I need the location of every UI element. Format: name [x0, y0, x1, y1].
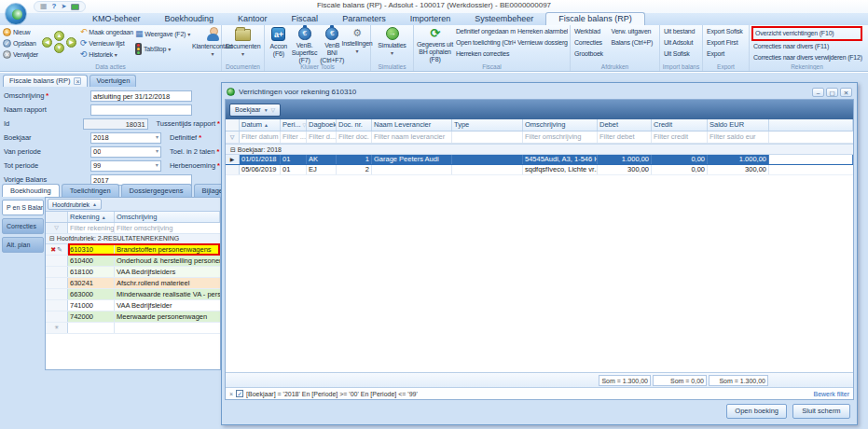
filter-type-cell[interactable] [452, 131, 523, 143]
correcties-naar-divers-button[interactable]: Correcties naar divers (F11) [751, 41, 862, 52]
transaction-row-1[interactable]: ▶ 01/01/2018 01 AK 1 Garage Peeters Audi… [226, 155, 853, 165]
verwijder-button[interactable]: ✕ Verwijder [2, 48, 39, 60]
tab-toelichtingen[interactable]: Toelichtingen [62, 184, 119, 197]
filter-docnr-cell[interactable]: Filter doc. nr. [337, 131, 372, 143]
definitief-label[interactable]: Definitief* [170, 133, 201, 142]
account-row-741000[interactable]: 741000 VAA Bedrijfsleider [46, 300, 220, 311]
ribbon-tab-systeembeheer[interactable]: Systeembeheer [462, 13, 545, 25]
vernieuw-dossier-button[interactable]: Vernieuw dossiergegevens [516, 37, 568, 48]
transaction-row-2[interactable]: 05/06/2019 01 EJ 2 sqdfqsfIveco, Lichte … [226, 165, 853, 175]
documenten-button[interactable]: Documenten ▾ [224, 26, 262, 59]
export-first-button[interactable]: Export First [705, 37, 747, 48]
ribbon-tab-importeren[interactable]: Importeren [398, 13, 463, 25]
export-sofisk-button[interactable]: Export Sofisk [705, 26, 747, 37]
column-header-saldo[interactable]: Saldo EUR [708, 119, 769, 131]
omschrijving-field[interactable]: afsluiting per 31/12/2018 [90, 90, 192, 102]
column-header-credit[interactable]: Credit [652, 119, 708, 131]
sluit-scherm-button[interactable]: Sluit scherm [792, 404, 850, 419]
filter-credit-cell[interactable]: Filter credit [652, 131, 708, 143]
grootboek-button[interactable]: Grootboek [572, 48, 610, 60]
filter-debet-cell[interactable]: Filter debet [598, 131, 652, 143]
nav-next-icon[interactable]: ▼ [54, 43, 64, 53]
nav-first-icon[interactable]: ◀ [42, 37, 52, 48]
open-toelichting-button[interactable]: Open toelichting (Ctrl+T) [454, 37, 516, 48]
ribbon-tab-kmo-beheer[interactable]: KMO-beheer [80, 13, 153, 25]
nav-p-en-s-balans[interactable]: P en S Balans [2, 200, 44, 215]
account-row-742000[interactable]: 742000 Meerwaarde personenwagen [46, 311, 220, 323]
filter-rekening-cell[interactable]: Filter rekening [68, 223, 115, 233]
gegevens-ophalen-button[interactable]: ⟳ Gegevens uit BH ophalen (F8) [416, 26, 454, 64]
ribbon-tab-kantoor[interactable]: Kantoor [226, 13, 280, 25]
groupby-boekjaar-button[interactable]: Boekjaar ▼ ▽ [229, 104, 281, 117]
accounts-group-row[interactable]: ⊟ Hoofdrubriek: 2-RESULTATENREKENING [46, 234, 220, 244]
delete-row-icon[interactable]: ✖ [50, 244, 56, 255]
nav-correcties[interactable]: Correcties [2, 218, 44, 234]
column-header-debet[interactable]: Debet [598, 119, 652, 131]
uit-adsolut-button[interactable]: Uit Adsolut [662, 37, 700, 48]
vernieuw-lijst-button[interactable]: ⟳ Vernieuw lijst [79, 37, 134, 48]
correcties-divers-verwijderen-button[interactable]: Correcties naar divers verwijderen (F12) [751, 52, 862, 63]
nav-alt-plan[interactable]: Alt. plan [2, 237, 44, 253]
correcties-print-button[interactable]: Correcties [572, 37, 610, 48]
tab-boekhouding[interactable]: Boekhouding [2, 184, 60, 197]
instellingen-button[interactable]: ⚙ Instellingen ▾ [346, 26, 368, 56]
filter-datum-cell[interactable]: Filter datum [240, 131, 281, 143]
bewerk-filter-link[interactable]: Bewerk filter [813, 391, 849, 397]
werkblad-button[interactable]: Werkblad [572, 26, 610, 37]
filter-checkbox[interactable]: ✓ [236, 390, 243, 397]
van-periode-dropdown[interactable]: 00 ▾ [90, 146, 161, 158]
ribbon-tab-boekhouding[interactable]: Boekhouding [153, 13, 227, 25]
weergave-button[interactable]: ▦ Weergave (F2) ▾ [134, 26, 191, 41]
opslaan-button[interactable]: ✓ Opslaan [2, 37, 39, 48]
nav-prev-icon[interactable]: ▲ [54, 31, 64, 41]
verw-uitgaven-button[interactable]: Verw. uitgaven [610, 26, 657, 37]
simulaties-button[interactable]: → Simulaties ▾ [373, 26, 411, 58]
column-header-datum[interactable]: Datum▲ [240, 119, 281, 131]
nieuw-button[interactable]: + Nieuw [2, 26, 39, 37]
tab-dossiergegevens[interactable]: Dossiergegevens [121, 184, 192, 197]
tussentijds-rapport-label[interactable]: Tussentijds rapport* [157, 119, 220, 128]
column-header-omschrijving[interactable]: Omschrijving [115, 212, 220, 222]
overzicht-verrichtingen-button[interactable]: Overzicht verrichtingen (F10) [753, 28, 861, 39]
tot-periode-dropdown[interactable]: 99 ▾ [90, 160, 161, 172]
edit-row-icon[interactable]: ✎ [57, 244, 62, 255]
tab-close-icon[interactable]: × [74, 77, 81, 85]
maximize-icon[interactable]: ▢ [826, 88, 838, 97]
dialog-group-row[interactable]: ⊟ Boekjaar: 2018 [226, 144, 853, 155]
export-button[interactable]: Export [705, 48, 747, 60]
filter-omschrijving-cell[interactable]: Filter omschrijving [115, 223, 220, 233]
herreken-alarmbel-button[interactable]: Herreken alarmbelprocedure [516, 26, 568, 37]
groupby-hoofdrubriek-button[interactable]: Hoofdrubriek ▲ [48, 199, 102, 210]
uit-bestand-button[interactable]: Uit bestand [662, 26, 700, 37]
account-row-663000[interactable]: 663000 Minderwaarde realisatie VA - pers… [46, 289, 220, 300]
column-header-periode[interactable]: Peri...▽ [281, 119, 307, 131]
nav-last-icon[interactable]: ▶ [66, 37, 76, 48]
open-boeking-button[interactable]: Open boeking [726, 404, 787, 419]
account-row-610400[interactable]: 610400 Onderhoud & herstelling personenw… [46, 256, 220, 267]
doc-tab-fiscale-balans[interactable]: Fiscale balans (RP) × [3, 75, 88, 87]
minimize-icon[interactable]: – [812, 88, 824, 97]
tabstop-button[interactable]: TabStop ▾ [134, 41, 191, 56]
filter-dagboek-cell[interactable]: Filter d... [307, 131, 337, 143]
herbenoeming-label[interactable]: Herbenoeming* [170, 161, 220, 170]
herreken-correcties-button[interactable]: Herreken correcties [454, 48, 516, 60]
boekjaar-dropdown[interactable]: 2018 ▾ [90, 132, 161, 144]
uit-sofisk-button[interactable]: Uit Sofisk [662, 48, 700, 60]
column-header-dagboek[interactable]: Dagboek [307, 119, 337, 131]
toel-2-talen-label[interactable]: Toel. in 2 talen* [170, 147, 219, 156]
account-row-610310[interactable]: ✖ ✎ 610310 Brandstoffen personenwagens [46, 244, 220, 256]
historiek-button[interactable]: ⟲ Historiek ▾ [79, 48, 134, 60]
column-header-type[interactable]: Type [452, 119, 523, 131]
doc-tab-voertuigen[interactable]: Voertuigen [90, 75, 136, 87]
account-new-row[interactable]: ✳ [46, 323, 220, 334]
filter-saldo-cell[interactable]: Filter saldo eur [708, 131, 769, 143]
application-orb-button[interactable] [5, 3, 27, 25]
filter-periode-cell[interactable]: Filter ... [281, 131, 307, 143]
dialog-title-bar[interactable]: Verrichtingen voor rekening 610310 – ▢ ✕ [225, 85, 854, 99]
superfisc-button[interactable]: € VenB. Superfisc (F7) [291, 26, 319, 65]
ribbon-tab-parameters[interactable]: Parameters [330, 13, 398, 25]
column-header-leverancier[interactable]: Naam Leverancier [372, 119, 452, 131]
account-row-618100[interactable]: 618100 VAA Bedrijfsleiders [46, 267, 220, 278]
ribbon-tab-fiscaal[interactable]: Fiscaal [280, 13, 331, 25]
definitief-ongedaan-button[interactable]: Definitief ongedaan maken [454, 26, 516, 37]
